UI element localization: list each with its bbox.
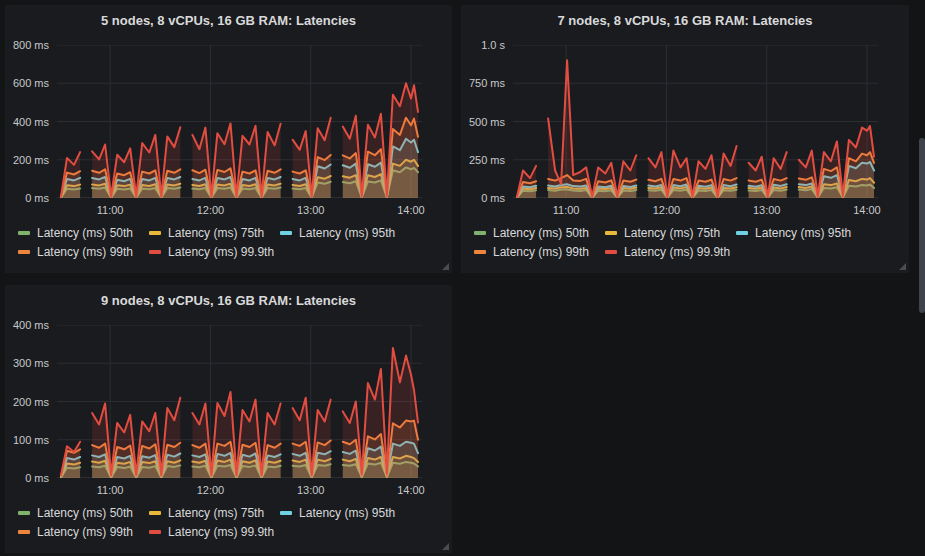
y-axis-tick-label: 200 ms [5,153,49,167]
x-axis-tick-label: 13:00 [287,203,335,217]
legend-item[interactable]: Latency (ms) 50th [18,506,133,520]
y-axis-tick-label: 750 ms [461,76,505,90]
panel-7-nodes-latencies: 7 nodes, 8 vCPUs, 16 GB RAM: Latencies 0… [461,5,909,273]
panel-9-nodes-latencies: 9 nodes, 8 vCPUs, 16 GB RAM: Latencies 0… [5,285,452,553]
chart-plot-area[interactable] [57,45,422,198]
legend-item[interactable]: Latency (ms) 50th [18,226,133,240]
y-axis-tick-label: 800 ms [5,38,49,52]
legend-series-label: Latency (ms) 50th [37,226,133,240]
legend-color-dash-icon [149,530,161,534]
x-axis-tick-label: 12:00 [186,483,234,497]
y-axis-tick-label: 300 ms [5,356,49,370]
legend-item[interactable]: Latency (ms) 95th [280,506,395,520]
y-axis-tick-label: 500 ms [461,115,505,129]
legend-color-dash-icon [474,231,486,235]
legend-color-dash-icon [18,250,30,254]
legend-item[interactable]: Latency (ms) 99th [474,245,589,259]
x-axis-tick-label: 11:00 [86,203,134,217]
legend-color-dash-icon [18,530,30,534]
x-axis-tick-label: 12:00 [642,203,690,217]
legend-color-dash-icon [149,231,161,235]
x-axis-tick-label: 14:00 [387,483,435,497]
scrollbar-thumb[interactable] [919,138,925,313]
legend-item[interactable]: Latency (ms) 99th [18,245,133,259]
panel-resize-icon[interactable] [899,263,906,270]
legend-series-label: Latency (ms) 75th [168,226,264,240]
y-axis-tick-label: 0 ms [461,191,505,205]
legend-series-label: Latency (ms) 99.9th [168,525,274,539]
x-axis-tick-label: 13:00 [287,483,335,497]
y-axis-tick-label: 0 ms [5,191,49,205]
x-axis-tick-label: 11:00 [542,203,590,217]
legend-series-label: Latency (ms) 95th [299,506,395,520]
y-axis-tick-label: 250 ms [461,153,505,167]
vertical-scrollbar[interactable] [919,0,925,556]
legend-color-dash-icon [280,231,292,235]
legend-item[interactable]: Latency (ms) 99.9th [149,525,274,539]
panel-resize-icon[interactable] [442,263,449,270]
legend-series-label: Latency (ms) 95th [299,226,395,240]
legend-item[interactable]: Latency (ms) 95th [280,226,395,240]
y-axis-tick-label: 200 ms [5,395,49,409]
legend-series-label: Latency (ms) 50th [37,506,133,520]
legend-series-label: Latency (ms) 99th [37,525,133,539]
legend-series-label: Latency (ms) 99th [493,245,589,259]
legend-color-dash-icon [18,231,30,235]
legend-item[interactable]: Latency (ms) 75th [149,506,264,520]
legend-series-label: Latency (ms) 50th [493,226,589,240]
chart-legend: Latency (ms) 50thLatency (ms) 75thLatenc… [474,226,901,264]
legend-color-dash-icon [605,231,617,235]
legend-color-dash-icon [605,250,617,254]
legend-item[interactable]: Latency (ms) 50th [474,226,589,240]
legend-item[interactable]: Latency (ms) 75th [149,226,264,240]
y-axis-tick-label: 600 ms [5,76,49,90]
legend-item[interactable]: Latency (ms) 99.9th [149,245,274,259]
legend-series-label: Latency (ms) 95th [755,226,851,240]
legend-color-dash-icon [474,250,486,254]
panel-5-nodes-latencies: 5 nodes, 8 vCPUs, 16 GB RAM: Latencies 0… [5,5,452,273]
legend-color-dash-icon [149,250,161,254]
x-axis-tick-label: 13:00 [743,203,791,217]
legend-series-label: Latency (ms) 99.9th [168,245,274,259]
legend-color-dash-icon [280,511,292,515]
x-axis-tick-label: 14:00 [387,203,435,217]
chart-legend: Latency (ms) 50thLatency (ms) 75thLatenc… [18,506,444,544]
legend-series-label: Latency (ms) 99.9th [624,245,730,259]
legend-color-dash-icon [736,231,748,235]
legend-color-dash-icon [149,511,161,515]
legend-item[interactable]: Latency (ms) 99.9th [605,245,730,259]
legend-color-dash-icon [18,511,30,515]
x-axis-tick-label: 11:00 [86,483,134,497]
legend-series-label: Latency (ms) 75th [168,506,264,520]
y-axis-tick-label: 0 ms [5,471,49,485]
y-axis-tick-label: 400 ms [5,115,49,129]
legend-item[interactable]: Latency (ms) 99th [18,525,133,539]
y-axis-tick-label: 1.0 s [461,38,505,52]
legend-item[interactable]: Latency (ms) 95th [736,226,851,240]
legend-item[interactable]: Latency (ms) 75th [605,226,720,240]
x-axis-tick-label: 12:00 [186,203,234,217]
panel-title[interactable]: 5 nodes, 8 vCPUs, 16 GB RAM: Latencies [5,13,452,28]
panel-title[interactable]: 7 nodes, 8 vCPUs, 16 GB RAM: Latencies [461,13,909,28]
chart-plot-area[interactable] [57,325,422,478]
y-axis-tick-label: 100 ms [5,433,49,447]
chart-plot-area[interactable] [513,45,878,198]
legend-series-label: Latency (ms) 75th [624,226,720,240]
panel-resize-icon[interactable] [442,543,449,550]
legend-series-label: Latency (ms) 99th [37,245,133,259]
panel-title[interactable]: 9 nodes, 8 vCPUs, 16 GB RAM: Latencies [5,293,452,308]
x-axis-tick-label: 14:00 [843,203,891,217]
chart-legend: Latency (ms) 50thLatency (ms) 75thLatenc… [18,226,444,264]
y-axis-tick-label: 400 ms [5,318,49,332]
